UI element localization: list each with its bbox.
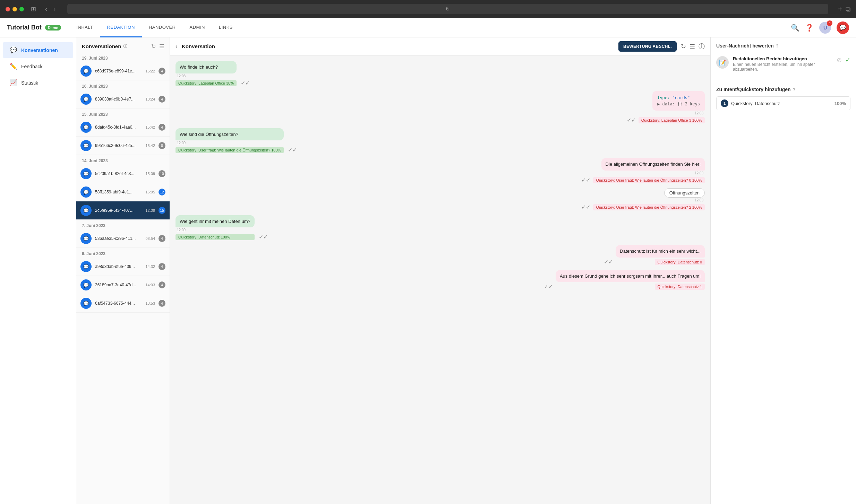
conv-info: 8dafd45c-8fd1-4aa0... 15:42 (95, 125, 155, 130)
intent-help-icon[interactable]: ? (793, 87, 796, 92)
quickstory-tag: Quickstory: User fragt: Wie lauten die Ö… (593, 204, 705, 210)
message-time: 12:08 (693, 111, 705, 116)
nav-inhalt[interactable]: INHALT (69, 18, 100, 37)
conv-time: 15:42 (145, 144, 155, 148)
chat-back-icon[interactable]: ‹ (176, 43, 178, 50)
sidebar-item-statistik[interactable]: 📈 Statistik (3, 75, 73, 90)
bot-message-bubble: Aus diesem Grund gehe ich sehr sorgsam m… (556, 270, 705, 283)
conv-item-99e166[interactable]: 💬 99e166c2-9c06-425... 15:42 8 (76, 137, 170, 155)
bewertung-button[interactable]: BEWERTUNG ABSCHL. (618, 41, 677, 52)
oeffnungszeiten-button[interactable]: Öffnungszeiten (664, 188, 705, 198)
app-logo: Tutorial Bot (7, 24, 42, 31)
message-time: 12:08 (176, 73, 237, 79)
filter-chat-icon[interactable]: ☰ (690, 43, 695, 50)
report-item: 📝 Redaktionellen Bericht hinzufügen Eine… (716, 53, 850, 75)
sidebar-item-konversationen[interactable]: 💬 Konversationen (3, 42, 73, 58)
check-mark-icon: ✓✓ (544, 283, 553, 290)
conv-badge: 4 (159, 300, 165, 307)
conv-item-26189[interactable]: 💬 26189ba7-3d40-47d... 14:03 4 (76, 276, 170, 294)
cancel-report-icon[interactable]: ⊘ (837, 56, 842, 64)
new-tab-button[interactable]: + (838, 5, 842, 13)
conv-info: 536aae35-c296-411... 08:54 (95, 236, 155, 241)
chat-icon-button[interactable]: 💬 (837, 21, 849, 34)
sidebar: 💬 Konversationen ✏️ Feedback 📈 Statistik (0, 37, 76, 504)
conv-item-a98d3[interactable]: 💬 a98d3dab-df6e-439... 14:32 4 (76, 258, 170, 276)
filter-list-icon[interactable]: ☰ (159, 43, 164, 50)
conv-id-text: 5c209a1b-82ef-4c3... (95, 171, 134, 176)
conv-list-help-icon[interactable]: ⓘ (123, 43, 127, 49)
conv-item-536aae[interactable]: 💬 536aae35-c296-411... 08:54 4 (76, 229, 170, 248)
feedback-icon: ✏️ (10, 63, 17, 70)
conv-avatar: 💬 (80, 261, 92, 272)
conv-item-8dafd[interactable]: 💬 8dafd45c-8fd1-4aa0... 15:42 4 (76, 118, 170, 137)
date-header-7jun: 7. Juni 2023 (76, 220, 170, 229)
check-mark-icon: ✓✓ (581, 177, 590, 183)
conv-time: 15:05 (145, 190, 155, 194)
conv-info: a98d3dab-df6e-439... 14:32 (95, 264, 155, 269)
refresh-icon[interactable]: ↻ (446, 6, 450, 12)
nav-redaktion[interactable]: REDAKTION (100, 18, 142, 37)
check-mark-icon: ✓✓ (627, 117, 636, 123)
quickstory-tag: Quickstory: User fragt: Wie lauten die Ö… (176, 147, 284, 153)
conv-item-2c5fe-selected[interactable]: 💬 2c5fe95e-6f34-407... 12:09 15 (76, 201, 170, 220)
sidebar-label-statistik: Statistik (21, 80, 38, 86)
conv-item-6af54[interactable]: 💬 6af54733-6675-444... 13:53 4 (76, 294, 170, 313)
forward-nav-button[interactable]: › (51, 5, 58, 14)
conversation-list-header: Konversationen ⓘ ↻ ☰ (76, 37, 170, 52)
confirm-report-icon[interactable]: ✓ (845, 56, 850, 64)
sidebar-item-feedback[interactable]: ✏️ Feedback (3, 59, 73, 74)
check-mark-icon: ✓✓ (581, 204, 590, 210)
nav-admin[interactable]: ADMIN (183, 18, 212, 37)
conv-badge: 4 (159, 68, 165, 75)
conv-item-c68d[interactable]: 💬 c68d976e-c899-41e... 15:22 4 (76, 62, 170, 80)
conv-avatar: 💬 (80, 66, 92, 77)
user-avatar-wrap: U 5 (819, 22, 831, 34)
conv-info: 2c5fe95e-6f34-407... 12:09 (95, 208, 155, 213)
info-chat-icon[interactable]: ⓘ (699, 42, 705, 51)
tab-overview-button[interactable]: ⧉ (846, 5, 850, 13)
back-nav-button[interactable]: ‹ (43, 5, 49, 14)
conv-avatar: 💬 (80, 122, 92, 133)
check-mark-icon: ✓✓ (288, 147, 297, 153)
header-right: 🔍 ❓ U 5 💬 (791, 21, 849, 34)
intent-pct: 100% (834, 101, 846, 106)
conv-item-5c209[interactable]: 💬 5c209a1b-82ef-4c3... 15:09 10 (76, 165, 170, 183)
date-header-14jun: 14. Juni 2023 (76, 155, 170, 165)
conv-item-839038[interactable]: 💬 839038af-c9b0-4e7... 18:24 4 (76, 90, 170, 108)
search-icon[interactable]: 🔍 (791, 24, 799, 32)
conv-item-58ff[interactable]: 💬 58ff1359-abf9-4e1... 15:05 12 (76, 183, 170, 201)
rate-help-icon[interactable]: ? (776, 43, 779, 49)
quickstory-tag: Quickstory: Datenschutz 1 (655, 284, 705, 290)
conv-info: 839038af-c9b0-4e7... 18:24 (95, 97, 155, 102)
check-mark-icon: ✓✓ (241, 80, 250, 86)
message-bubble-wrap: Öffnungszeiten 12:09 Quickstory: User fr… (593, 188, 705, 210)
maximize-button[interactable] (19, 7, 24, 11)
conv-time: 08:54 (145, 236, 155, 241)
message-time: 12:09 (176, 140, 284, 146)
url-bar[interactable]: ↻ (67, 4, 828, 14)
sidebar-toggle-icon[interactable]: ⊞ (31, 5, 36, 13)
main-layout: 💬 Konversationen ✏️ Feedback 📈 Statistik… (0, 37, 856, 504)
user-message-bubble: Wo finde ich euch? (176, 61, 237, 73)
check-mark-icon: ✓✓ (259, 234, 268, 240)
intent-section-title: Zu Intent/Quickstory hinzufügen ? (716, 87, 850, 92)
quickstory-tag: Quickstory: Lageplan Office 38% (176, 80, 237, 86)
message-bubble-wrap: Die allgemeinen Öffnungszeiten finden Si… (593, 158, 705, 183)
conv-badge: 4 (159, 235, 165, 242)
nav-handover[interactable]: HANDOVER (142, 18, 183, 37)
conv-badge: 10 (159, 170, 165, 177)
message-bubble-wrap: Wie sind die Öffnungszeiten? 12:09 Quick… (176, 128, 284, 154)
message-row: Wo finde ich euch? 12:08 Quickstory: Lag… (176, 61, 705, 86)
nav-links[interactable]: LINKS (212, 18, 240, 37)
refresh-list-icon[interactable]: ↻ (151, 43, 156, 50)
conv-time: 14:32 (145, 264, 155, 269)
conv-id-text: 2c5fe95e-6f34-407... (95, 208, 134, 213)
intent-name: Quickstory: Datenschutz (731, 101, 832, 106)
intent-item[interactable]: 1 Quickstory: Datenschutz 100% (716, 96, 850, 110)
close-button[interactable] (6, 7, 10, 11)
minimize-button[interactable] (12, 7, 17, 11)
refresh-chat-icon[interactable]: ↻ (681, 43, 686, 50)
traffic-lights (6, 7, 24, 11)
help-icon[interactable]: ❓ (805, 24, 814, 32)
date-header-15jun: 15. Juni 2023 (76, 108, 170, 118)
